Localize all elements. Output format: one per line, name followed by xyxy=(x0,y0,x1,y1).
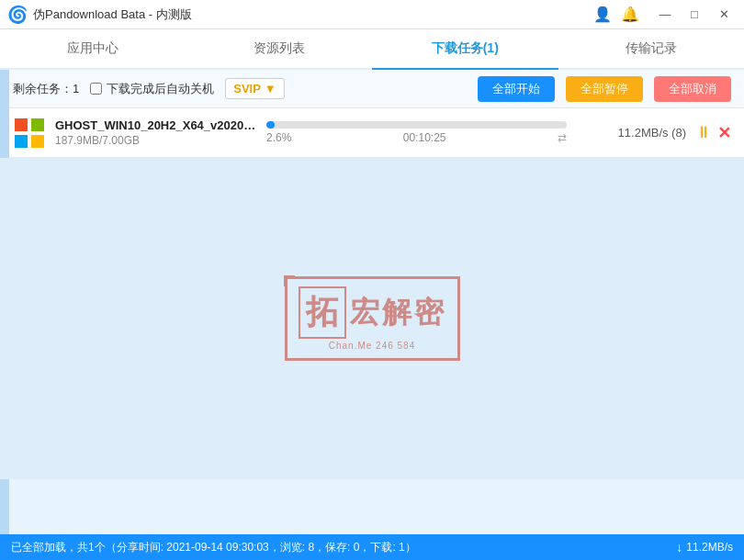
watermark-char: 拓 xyxy=(299,286,346,339)
auto-shutdown-checkbox[interactable] xyxy=(90,83,102,95)
svip-dropdown[interactable]: SVIP ▼ xyxy=(225,78,285,99)
status-bar: 已全部加载，共1个（分享时间: 2021-09-14 09:30:03，浏览: … xyxy=(0,534,744,560)
app-title: 伪Pandownload Bata - 内测版 xyxy=(33,6,192,23)
title-bar-icons: 👤 🔔 xyxy=(593,6,639,23)
progress-fill xyxy=(266,121,275,129)
file-info: GHOST_WIN10_20H2_X64_v2020.iso 187.9MB/7… xyxy=(55,118,257,147)
svg-rect-0 xyxy=(15,118,28,131)
watermark-sub: Chan.Me 246 584 xyxy=(299,341,446,351)
progress-area: 2.6% 00:10:25 ⇄ xyxy=(266,121,567,144)
pause-item-button[interactable]: ⏸ xyxy=(695,123,712,142)
chevron-down-icon: ▼ xyxy=(265,82,276,95)
watermark-box: 拓 宏解密 Chan.Me 246 584 xyxy=(285,276,460,361)
app-logo-icon: 🌀 xyxy=(7,5,28,25)
item-controls: ⏸ ✕ xyxy=(695,123,731,143)
svg-rect-3 xyxy=(31,135,44,148)
download-speed-status: 11.2MB/s xyxy=(686,541,733,554)
close-button[interactable]: ✕ xyxy=(711,5,737,25)
down-arrow-icon: ↓ xyxy=(676,540,682,554)
toolbar: 剩余任务：1 下载完成后自动关机 SVIP ▼ 全部开始 全部暂停 全部取消 xyxy=(0,70,744,108)
file-name: GHOST_WIN10_20H2_X64_v2020.iso xyxy=(55,118,257,132)
progress-bar xyxy=(266,121,567,129)
pause-all-button[interactable]: 全部暂停 xyxy=(566,76,643,102)
title-bar-controls: — □ ✕ xyxy=(652,5,737,25)
progress-meta: 2.6% 00:10:25 ⇄ xyxy=(266,131,567,144)
svg-rect-1 xyxy=(31,118,44,131)
tab-app-center[interactable]: 应用中心 xyxy=(0,29,186,70)
share-icon: ⇄ xyxy=(558,131,567,144)
time-remaining: 00:10:25 xyxy=(403,131,446,144)
table-row: GHOST_WIN10_20H2_X64_v2020.iso 187.9MB/7… xyxy=(0,108,744,158)
tab-download-tasks[interactable]: 下载任务(1) xyxy=(372,29,558,70)
tab-resource-list[interactable]: 资源列表 xyxy=(186,29,373,70)
progress-percent: 2.6% xyxy=(266,131,291,144)
title-bar-left: 🌀 伪Pandownload Bata - 内测版 xyxy=(7,5,192,25)
download-speed: 11.2MB/s (8) xyxy=(618,126,686,140)
user-icon[interactable]: 👤 xyxy=(593,6,612,23)
start-all-button[interactable]: 全部开始 xyxy=(478,76,555,102)
watermark: 拓 宏解密 Chan.Me 246 584 xyxy=(285,276,460,361)
auto-shutdown-option: 下载完成后自动关机 xyxy=(90,81,214,97)
download-list: GHOST_WIN10_20H2_X64_v2020.iso 187.9MB/7… xyxy=(0,108,744,158)
file-icon xyxy=(13,117,46,150)
main-content: 拓 宏解密 Chan.Me 246 584 xyxy=(0,158,744,479)
nav-bar: 应用中心 资源列表 下载任务(1) 传输记录 xyxy=(0,29,744,70)
minimize-button[interactable]: — xyxy=(652,5,678,25)
auto-shutdown-label: 下载完成后自动关机 xyxy=(107,81,214,97)
svg-rect-2 xyxy=(15,135,28,148)
file-size: 187.9MB/7.00GB xyxy=(55,134,257,147)
status-text: 已全部加载，共1个（分享时间: 2021-09-14 09:30:03，浏览: … xyxy=(11,540,416,555)
tab-transfer-history[interactable]: 传输记录 xyxy=(558,29,745,70)
bell-icon[interactable]: 🔔 xyxy=(621,6,639,23)
status-speed: ↓ 11.2MB/s xyxy=(676,540,733,554)
remove-item-button[interactable]: ✕ xyxy=(717,123,731,143)
speed-info: 11.2MB/s (8) xyxy=(576,126,686,140)
title-bar: 🌀 伪Pandownload Bata - 内测版 👤 🔔 — □ ✕ xyxy=(0,0,744,29)
cancel-all-button[interactable]: 全部取消 xyxy=(654,76,731,102)
maximize-button[interactable]: □ xyxy=(682,5,707,25)
watermark-main: 宏解密 xyxy=(350,293,446,333)
remaining-tasks-label: 剩余任务：1 xyxy=(13,81,79,97)
